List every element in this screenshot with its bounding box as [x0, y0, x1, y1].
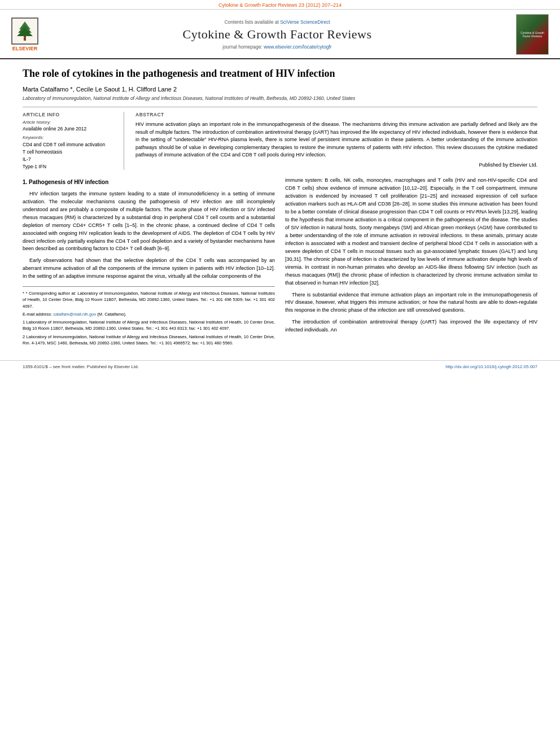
right-para1-text: immune system: B cells, NK cells, monocy…	[285, 177, 537, 285]
header-center: Contents lists available at SciVerse Sci…	[38, 19, 516, 50]
body-paragraph-right-2: There is substantial evidence that immun…	[285, 291, 537, 315]
info-abstract-row: ARTICLE INFO Article history: Available …	[23, 107, 537, 170]
fn2-text: 2 Laboratory of Immunoregulation, Nation…	[23, 334, 275, 346]
right-para3-text: The introduction of combination antiretr…	[285, 319, 537, 333]
cover-label: Cytokine & Growth Factor Reviews	[517, 30, 548, 39]
homepage-url[interactable]: www.elsevier.com/locate/cytogfr	[264, 44, 331, 50]
authors-line: Marta Catalfamo *, Cecile Le Saout 1, H.…	[23, 86, 537, 93]
fn1-text: 1 Laboratory of Immunoregulation, Nation…	[23, 320, 275, 331]
body-column-left: 1. Pathogenesis of HIV infection HIV inf…	[23, 177, 275, 348]
para1-text: HIV infection targets the immune system …	[23, 191, 275, 252]
keyword-2: T cell homeostasis	[23, 148, 117, 156]
para2-text: Early observations had shown that the se…	[23, 257, 275, 279]
issn-text: 1359-6101/$ – see front matter. Publishe…	[23, 364, 139, 369]
keywords-section: Keywords: CD4 and CD8 T cell immune acti…	[23, 135, 117, 170]
journal-homepage: journal homepage: www.elsevier.com/locat…	[38, 44, 516, 50]
footnote-corresponding-text: * Corresponding author at: Laboratory of…	[23, 291, 275, 309]
keyword-1: CD4 and CD8 T cell immune activation	[23, 141, 117, 148]
doi-link[interactable]: http://dx.doi.org/10.1016/j.cytogfr.2012…	[445, 364, 537, 369]
footnote-email: E-mail address: catalfam@mail.nih.gov (M…	[23, 311, 275, 317]
abstract-column: ABSTRACT HIV immune activation plays an …	[135, 112, 537, 170]
available-online-text: Available online 26 June 2012	[23, 126, 117, 132]
body-columns: 1. Pathogenesis of HIV infection HIV inf…	[23, 177, 537, 348]
email-name-text: (M. Catalfamo).	[97, 312, 126, 317]
published-by: Published by Elsevier Ltd.	[135, 161, 537, 169]
right-para2-text: There is substantial evidence that immun…	[285, 292, 537, 313]
journal-cover-thumbnail: Cytokine & Growth Factor Reviews	[516, 14, 549, 55]
journal-title: Cytokine & Growth Factor Reviews	[38, 27, 516, 42]
abstract-body: HIV immune activation plays an important…	[135, 121, 537, 158]
footnote-corresponding: * * Corresponding author at: Laboratory …	[23, 290, 275, 309]
article-content: The role of cytokines in the pathogenesi…	[0, 59, 560, 353]
elsevier-tree-icon	[14, 20, 36, 42]
article-info-label: ARTICLE INFO	[23, 112, 117, 117]
body-paragraph-1: HIV infection targets the immune system …	[23, 190, 275, 254]
sciverse-link[interactable]: SciVerse ScienceDirect	[280, 19, 330, 25]
abstract-text: HIV immune activation plays an important…	[135, 121, 537, 169]
body-column-right: immune system: B cells, NK cells, monocy…	[285, 177, 537, 348]
keyword-4: Type-1 IFN	[23, 163, 117, 171]
journal-citation: Cytokine & Growth Factor Reviews 23 (201…	[218, 2, 342, 8]
email-link[interactable]: catalfam@mail.nih.gov	[53, 312, 96, 317]
svg-rect-0	[24, 36, 26, 41]
elsevier-logo: ELSEVIER	[11, 18, 38, 51]
elsevier-logo-box	[11, 18, 38, 45]
bottom-bar: 1359-6101/$ – see front matter. Publishe…	[0, 360, 560, 373]
footnote-1: 1 Laboratory of Immunoregulation, Nation…	[23, 319, 275, 332]
journal-header: ELSEVIER Contents lists available at Sci…	[0, 10, 560, 59]
affiliation-text: Laboratory of Immunoregulation, National…	[23, 95, 537, 101]
footnotes-area: * * Corresponding author at: Laboratory …	[23, 286, 275, 346]
email-label-text: E-mail address:	[23, 312, 52, 317]
keywords-label: Keywords:	[23, 135, 117, 140]
footnote-2: 2 Laboratory of Immunoregulation, Nation…	[23, 334, 275, 347]
journal-banner: Cytokine & Growth Factor Reviews 23 (201…	[0, 0, 560, 10]
abstract-label: ABSTRACT	[135, 112, 537, 117]
elsevier-text-label: ELSEVIER	[12, 46, 38, 51]
article-history-label: Article history:	[23, 120, 117, 125]
section-1-heading: 1. Pathogenesis of HIV infection	[23, 178, 275, 187]
page-container: Cytokine & Growth Factor Reviews 23 (201…	[0, 0, 560, 373]
body-paragraph-right-3: The introduction of combination antiretr…	[285, 318, 537, 334]
body-paragraph-right-1: immune system: B cells, NK cells, monocy…	[285, 177, 537, 287]
body-paragraph-2: Early observations had shown that the se…	[23, 257, 275, 281]
contents-available-text: Contents lists available at SciVerse Sci…	[38, 19, 516, 25]
keyword-3: IL-7	[23, 156, 117, 163]
article-info-column: ARTICLE INFO Article history: Available …	[23, 112, 124, 170]
article-title: The role of cytokines in the pathogenesi…	[23, 67, 537, 80]
header-left: ELSEVIER	[11, 18, 38, 51]
authors-text: Marta Catalfamo *, Cecile Le Saout 1, H.…	[23, 86, 177, 93]
